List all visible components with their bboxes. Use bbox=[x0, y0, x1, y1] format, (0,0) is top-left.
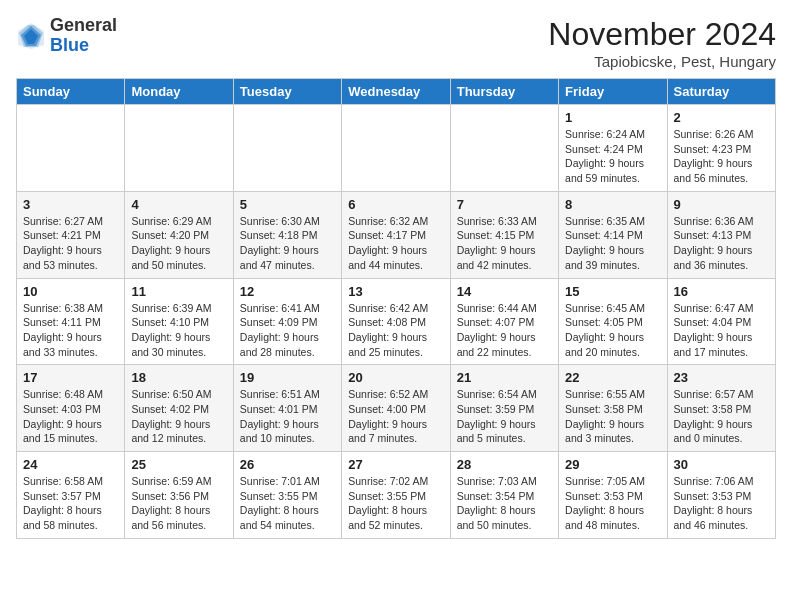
day-number: 8 bbox=[565, 197, 660, 212]
month-title: November 2024 bbox=[548, 16, 776, 53]
table-row: 23Sunrise: 6:57 AM Sunset: 3:58 PM Dayli… bbox=[667, 365, 775, 452]
table-row: 19Sunrise: 6:51 AM Sunset: 4:01 PM Dayli… bbox=[233, 365, 341, 452]
day-info: Sunrise: 6:39 AM Sunset: 4:10 PM Dayligh… bbox=[131, 301, 226, 360]
table-row: 13Sunrise: 6:42 AM Sunset: 4:08 PM Dayli… bbox=[342, 278, 450, 365]
col-thursday: Thursday bbox=[450, 79, 558, 105]
day-info: Sunrise: 6:36 AM Sunset: 4:13 PM Dayligh… bbox=[674, 214, 769, 273]
day-info: Sunrise: 6:24 AM Sunset: 4:24 PM Dayligh… bbox=[565, 127, 660, 186]
table-row bbox=[233, 105, 341, 192]
day-info: Sunrise: 6:51 AM Sunset: 4:01 PM Dayligh… bbox=[240, 387, 335, 446]
table-row: 26Sunrise: 7:01 AM Sunset: 3:55 PM Dayli… bbox=[233, 452, 341, 539]
col-saturday: Saturday bbox=[667, 79, 775, 105]
day-number: 28 bbox=[457, 457, 552, 472]
day-number: 14 bbox=[457, 284, 552, 299]
table-row: 2Sunrise: 6:26 AM Sunset: 4:23 PM Daylig… bbox=[667, 105, 775, 192]
col-wednesday: Wednesday bbox=[342, 79, 450, 105]
weekday-row: Sunday Monday Tuesday Wednesday Thursday… bbox=[17, 79, 776, 105]
day-number: 5 bbox=[240, 197, 335, 212]
day-number: 12 bbox=[240, 284, 335, 299]
table-row: 9Sunrise: 6:36 AM Sunset: 4:13 PM Daylig… bbox=[667, 191, 775, 278]
table-row: 20Sunrise: 6:52 AM Sunset: 4:00 PM Dayli… bbox=[342, 365, 450, 452]
day-info: Sunrise: 6:48 AM Sunset: 4:03 PM Dayligh… bbox=[23, 387, 118, 446]
calendar-week-row: 24Sunrise: 6:58 AM Sunset: 3:57 PM Dayli… bbox=[17, 452, 776, 539]
day-number: 18 bbox=[131, 370, 226, 385]
calendar-week-row: 1Sunrise: 6:24 AM Sunset: 4:24 PM Daylig… bbox=[17, 105, 776, 192]
table-row: 15Sunrise: 6:45 AM Sunset: 4:05 PM Dayli… bbox=[559, 278, 667, 365]
day-info: Sunrise: 6:35 AM Sunset: 4:14 PM Dayligh… bbox=[565, 214, 660, 273]
day-number: 4 bbox=[131, 197, 226, 212]
table-row: 14Sunrise: 6:44 AM Sunset: 4:07 PM Dayli… bbox=[450, 278, 558, 365]
table-row: 17Sunrise: 6:48 AM Sunset: 4:03 PM Dayli… bbox=[17, 365, 125, 452]
table-row: 10Sunrise: 6:38 AM Sunset: 4:11 PM Dayli… bbox=[17, 278, 125, 365]
table-row: 16Sunrise: 6:47 AM Sunset: 4:04 PM Dayli… bbox=[667, 278, 775, 365]
day-number: 3 bbox=[23, 197, 118, 212]
table-row: 5Sunrise: 6:30 AM Sunset: 4:18 PM Daylig… bbox=[233, 191, 341, 278]
day-info: Sunrise: 6:55 AM Sunset: 3:58 PM Dayligh… bbox=[565, 387, 660, 446]
day-number: 25 bbox=[131, 457, 226, 472]
day-number: 24 bbox=[23, 457, 118, 472]
calendar-body: 1Sunrise: 6:24 AM Sunset: 4:24 PM Daylig… bbox=[17, 105, 776, 539]
day-number: 9 bbox=[674, 197, 769, 212]
day-number: 15 bbox=[565, 284, 660, 299]
day-info: Sunrise: 7:01 AM Sunset: 3:55 PM Dayligh… bbox=[240, 474, 335, 533]
table-row bbox=[17, 105, 125, 192]
day-number: 2 bbox=[674, 110, 769, 125]
day-info: Sunrise: 6:26 AM Sunset: 4:23 PM Dayligh… bbox=[674, 127, 769, 186]
table-row: 25Sunrise: 6:59 AM Sunset: 3:56 PM Dayli… bbox=[125, 452, 233, 539]
logo-icon bbox=[16, 21, 46, 51]
day-info: Sunrise: 7:05 AM Sunset: 3:53 PM Dayligh… bbox=[565, 474, 660, 533]
table-row: 22Sunrise: 6:55 AM Sunset: 3:58 PM Dayli… bbox=[559, 365, 667, 452]
calendar-week-row: 3Sunrise: 6:27 AM Sunset: 4:21 PM Daylig… bbox=[17, 191, 776, 278]
day-info: Sunrise: 6:32 AM Sunset: 4:17 PM Dayligh… bbox=[348, 214, 443, 273]
table-row: 4Sunrise: 6:29 AM Sunset: 4:20 PM Daylig… bbox=[125, 191, 233, 278]
day-info: Sunrise: 6:54 AM Sunset: 3:59 PM Dayligh… bbox=[457, 387, 552, 446]
logo-general-text: General bbox=[50, 16, 117, 36]
table-row bbox=[342, 105, 450, 192]
logo: General Blue bbox=[16, 16, 117, 56]
table-row: 6Sunrise: 6:32 AM Sunset: 4:17 PM Daylig… bbox=[342, 191, 450, 278]
day-info: Sunrise: 6:52 AM Sunset: 4:00 PM Dayligh… bbox=[348, 387, 443, 446]
day-number: 1 bbox=[565, 110, 660, 125]
table-row bbox=[125, 105, 233, 192]
day-info: Sunrise: 6:59 AM Sunset: 3:56 PM Dayligh… bbox=[131, 474, 226, 533]
table-row: 21Sunrise: 6:54 AM Sunset: 3:59 PM Dayli… bbox=[450, 365, 558, 452]
day-info: Sunrise: 6:27 AM Sunset: 4:21 PM Dayligh… bbox=[23, 214, 118, 273]
day-number: 21 bbox=[457, 370, 552, 385]
table-row: 18Sunrise: 6:50 AM Sunset: 4:02 PM Dayli… bbox=[125, 365, 233, 452]
day-info: Sunrise: 6:58 AM Sunset: 3:57 PM Dayligh… bbox=[23, 474, 118, 533]
day-number: 11 bbox=[131, 284, 226, 299]
logo-blue-text: Blue bbox=[50, 36, 117, 56]
calendar-week-row: 10Sunrise: 6:38 AM Sunset: 4:11 PM Dayli… bbox=[17, 278, 776, 365]
day-number: 6 bbox=[348, 197, 443, 212]
day-number: 20 bbox=[348, 370, 443, 385]
day-number: 29 bbox=[565, 457, 660, 472]
day-number: 27 bbox=[348, 457, 443, 472]
col-sunday: Sunday bbox=[17, 79, 125, 105]
day-number: 26 bbox=[240, 457, 335, 472]
header: General Blue November 2024 Tapiobicske, … bbox=[16, 16, 776, 70]
table-row: 8Sunrise: 6:35 AM Sunset: 4:14 PM Daylig… bbox=[559, 191, 667, 278]
table-row bbox=[450, 105, 558, 192]
calendar-week-row: 17Sunrise: 6:48 AM Sunset: 4:03 PM Dayli… bbox=[17, 365, 776, 452]
table-row: 11Sunrise: 6:39 AM Sunset: 4:10 PM Dayli… bbox=[125, 278, 233, 365]
table-row: 29Sunrise: 7:05 AM Sunset: 3:53 PM Dayli… bbox=[559, 452, 667, 539]
day-info: Sunrise: 6:42 AM Sunset: 4:08 PM Dayligh… bbox=[348, 301, 443, 360]
col-monday: Monday bbox=[125, 79, 233, 105]
calendar-table: Sunday Monday Tuesday Wednesday Thursday… bbox=[16, 78, 776, 539]
title-area: November 2024 Tapiobicske, Pest, Hungary bbox=[548, 16, 776, 70]
table-row: 27Sunrise: 7:02 AM Sunset: 3:55 PM Dayli… bbox=[342, 452, 450, 539]
table-row: 24Sunrise: 6:58 AM Sunset: 3:57 PM Dayli… bbox=[17, 452, 125, 539]
day-info: Sunrise: 6:29 AM Sunset: 4:20 PM Dayligh… bbox=[131, 214, 226, 273]
table-row: 3Sunrise: 6:27 AM Sunset: 4:21 PM Daylig… bbox=[17, 191, 125, 278]
day-info: Sunrise: 6:30 AM Sunset: 4:18 PM Dayligh… bbox=[240, 214, 335, 273]
day-info: Sunrise: 6:50 AM Sunset: 4:02 PM Dayligh… bbox=[131, 387, 226, 446]
day-number: 19 bbox=[240, 370, 335, 385]
day-info: Sunrise: 6:41 AM Sunset: 4:09 PM Dayligh… bbox=[240, 301, 335, 360]
day-info: Sunrise: 6:57 AM Sunset: 3:58 PM Dayligh… bbox=[674, 387, 769, 446]
day-number: 30 bbox=[674, 457, 769, 472]
col-friday: Friday bbox=[559, 79, 667, 105]
col-tuesday: Tuesday bbox=[233, 79, 341, 105]
calendar-header: Sunday Monday Tuesday Wednesday Thursday… bbox=[17, 79, 776, 105]
day-number: 17 bbox=[23, 370, 118, 385]
day-info: Sunrise: 6:47 AM Sunset: 4:04 PM Dayligh… bbox=[674, 301, 769, 360]
